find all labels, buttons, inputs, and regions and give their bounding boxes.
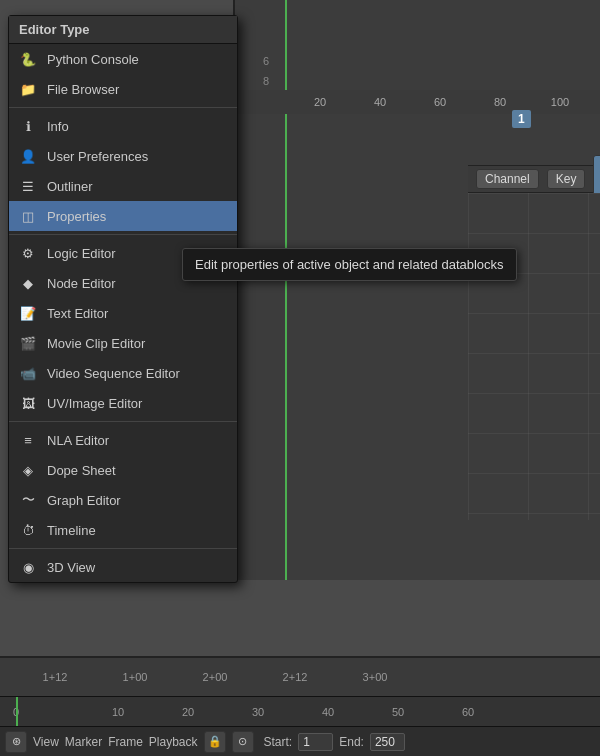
timeline-label: Timeline	[47, 523, 96, 538]
menu-header: Editor Type	[9, 16, 237, 44]
end-frame-input[interactable]	[370, 733, 405, 751]
ruler-mark: 80	[470, 96, 530, 108]
editor-type-menu: Editor Type 🐍 Python Console 📁 File Brow…	[8, 15, 238, 583]
bottom-ruler: 0 10 20 30 40 50 60	[0, 696, 600, 726]
node-editor-label: Node Editor	[47, 276, 116, 291]
uv-image-editor-label: UV/Image Editor	[47, 396, 142, 411]
menu-item-nla-editor[interactable]: ≡ NLA Editor	[9, 425, 237, 455]
separator-1	[9, 107, 237, 108]
movie-clip-editor-icon: 🎬	[19, 334, 37, 352]
timeline-icon: ⏱	[19, 521, 37, 539]
bnr: 20	[153, 706, 223, 718]
menu-item-python-console[interactable]: 🐍 Python Console	[9, 44, 237, 74]
channel-button[interactable]: Channel	[476, 169, 539, 189]
menu-item-3d-view[interactable]: ◉ 3D View	[9, 552, 237, 582]
text-editor-icon: 📝	[19, 304, 37, 322]
bnr: 60	[433, 706, 503, 718]
nla-editor-icon: ≡	[19, 431, 37, 449]
user-preferences-label: User Preferences	[47, 149, 148, 164]
info-label: Info	[47, 119, 69, 134]
lock-pb-icon[interactable]: 🔒	[204, 731, 226, 753]
bnr: 40	[293, 706, 363, 718]
frame-pb-button[interactable]: Frame	[108, 735, 143, 749]
properties-tooltip: Edit properties of active object and rel…	[182, 248, 517, 281]
nla-editor-label: NLA Editor	[47, 433, 109, 448]
playhead-line	[285, 0, 287, 580]
node-editor-icon: ◆	[19, 274, 37, 292]
graph-editor-label: Graph Editor	[47, 493, 121, 508]
tnum: 1+00	[95, 671, 175, 683]
ruler-mark: 40	[350, 96, 410, 108]
python-console-icon: 🐍	[19, 50, 37, 68]
tnum: 1+12	[15, 671, 95, 683]
video-sequence-editor-icon: 📹	[19, 364, 37, 382]
end-label: End:	[339, 735, 364, 749]
menu-item-movie-clip-editor[interactable]: 🎬 Movie Clip Editor	[9, 328, 237, 358]
3d-view-icon: ◉	[19, 558, 37, 576]
ruler-mark: 100	[530, 96, 590, 108]
bnr: 30	[223, 706, 293, 718]
user-preferences-icon: 👤	[19, 147, 37, 165]
snap-pb-icon[interactable]: ⊙	[232, 731, 254, 753]
3d-view-label: 3D View	[47, 560, 95, 575]
properties-icon: ◫	[19, 207, 37, 225]
menu-item-user-preferences[interactable]: 👤 User Preferences	[9, 141, 237, 171]
timeline-ruler: 20 40 60 80 100	[235, 90, 600, 114]
dope-sheet-label: Dope Sheet	[47, 463, 116, 478]
movie-clip-editor-label: Movie Clip Editor	[47, 336, 145, 351]
menu-item-dope-sheet[interactable]: ◈ Dope Sheet	[9, 455, 237, 485]
graph-toolbar: Channel Key ↗ F-Curve ▾ ↖ 👻 ⚙ 🔍	[468, 165, 600, 193]
ruler-marks: 20 40 60 80 100	[290, 96, 590, 108]
graph-editor-icon: 〜	[19, 491, 37, 509]
timeline-strip: 1+12 1+00 2+00 2+12 3+00	[0, 656, 600, 696]
menu-item-timeline[interactable]: ⏱ Timeline	[9, 515, 237, 545]
file-browser-icon: 📁	[19, 80, 37, 98]
menu-item-video-sequence-editor[interactable]: 📹 Video Sequence Editor	[9, 358, 237, 388]
logic-editor-label: Logic Editor	[47, 246, 116, 261]
view-pb-button[interactable]: View	[33, 735, 59, 749]
python-console-label: Python Console	[47, 52, 139, 67]
ruler-mark: 20	[290, 96, 350, 108]
menu-item-graph-editor[interactable]: 〜 Graph Editor	[9, 485, 237, 515]
graph-grid	[468, 193, 600, 520]
start-frame-input[interactable]	[298, 733, 333, 751]
blender-logo-button[interactable]: ⊛	[5, 731, 27, 753]
graph-area: 20 40 60 80 100 1 Channel Key ↗ F-Curve …	[233, 0, 600, 580]
marker-pb-button[interactable]: Marker	[65, 735, 102, 749]
video-sequence-editor-label: Video Sequence Editor	[47, 366, 180, 381]
uv-image-editor-icon: 🖼	[19, 394, 37, 412]
menu-item-text-editor[interactable]: 📝 Text Editor	[9, 298, 237, 328]
tnum: 3+00	[335, 671, 415, 683]
menu-item-file-browser[interactable]: 📁 File Browser	[9, 74, 237, 104]
separator-4	[9, 548, 237, 549]
outliner-label: Outliner	[47, 179, 93, 194]
y-axis-labels: 6 8	[263, 55, 269, 87]
menu-item-properties[interactable]: ◫ Properties	[9, 201, 237, 231]
bottom-playhead	[16, 697, 18, 726]
playback-pb-button[interactable]: Playback	[149, 735, 198, 749]
y-label: 6	[263, 55, 269, 67]
info-icon: ℹ	[19, 117, 37, 135]
key-button[interactable]: Key	[547, 169, 586, 189]
separator-3	[9, 421, 237, 422]
bnr: 0	[13, 706, 83, 718]
outliner-icon: ☰	[19, 177, 37, 195]
menu-item-info[interactable]: ℹ Info	[9, 111, 237, 141]
timeline-frame-numbers: 1+12 1+00 2+00 2+12 3+00	[15, 671, 415, 683]
frame-number: 1	[512, 110, 531, 128]
bottom-ruler-numbers: 0 10 20 30 40 50 60	[13, 706, 503, 718]
menu-item-uv-image-editor[interactable]: 🖼 UV/Image Editor	[9, 388, 237, 418]
file-browser-label: File Browser	[47, 82, 119, 97]
tnum: 2+00	[175, 671, 255, 683]
tnum: 2+12	[255, 671, 335, 683]
dope-sheet-icon: ◈	[19, 461, 37, 479]
start-label: Start:	[264, 735, 293, 749]
text-editor-label: Text Editor	[47, 306, 108, 321]
y-label: 8	[263, 75, 269, 87]
properties-label: Properties	[47, 209, 106, 224]
bnr: 10	[83, 706, 153, 718]
grid-lines	[468, 193, 600, 520]
separator-2	[9, 234, 237, 235]
playback-bar: ⊛ View Marker Frame Playback 🔒 ⊙ Start: …	[0, 726, 600, 756]
menu-item-outliner[interactable]: ☰ Outliner	[9, 171, 237, 201]
